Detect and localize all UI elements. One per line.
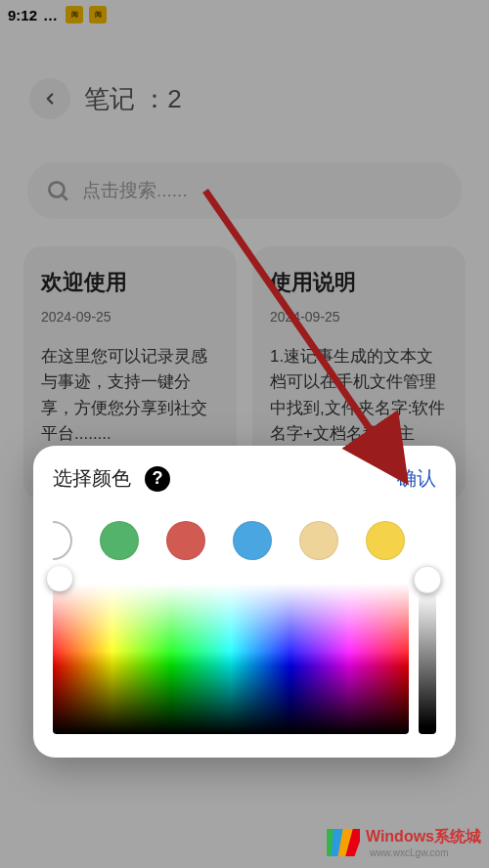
watermark: Windows系统城 www.wxcLgw.com — [327, 827, 481, 858]
help-icon[interactable]: ? — [145, 466, 170, 492]
watermark-brand: Windows系统城 — [366, 827, 481, 847]
confirm-button[interactable]: 确认 — [397, 465, 436, 492]
color-swatches — [53, 521, 436, 560]
sheet-title: 选择颜色 — [53, 465, 131, 492]
hs-thumb[interactable] — [47, 566, 72, 591]
color-picker — [53, 584, 436, 734]
color-swatch[interactable] — [233, 521, 272, 560]
color-swatch[interactable] — [166, 521, 205, 560]
watermark-url: www.wxcLgw.com — [370, 847, 481, 858]
color-swatch[interactable] — [100, 521, 139, 560]
color-swatch[interactable] — [299, 521, 338, 560]
color-swatch[interactable] — [53, 521, 72, 560]
windows-flag-icon — [327, 829, 360, 856]
color-picker-sheet: 选择颜色 ? 确认 — [33, 446, 456, 758]
value-slider[interactable] — [419, 584, 436, 734]
value-thumb[interactable] — [414, 566, 441, 593]
sheet-header: 选择颜色 ? 确认 — [53, 465, 436, 492]
color-swatch[interactable] — [366, 521, 405, 560]
hue-saturation-field[interactable] — [53, 584, 409, 734]
